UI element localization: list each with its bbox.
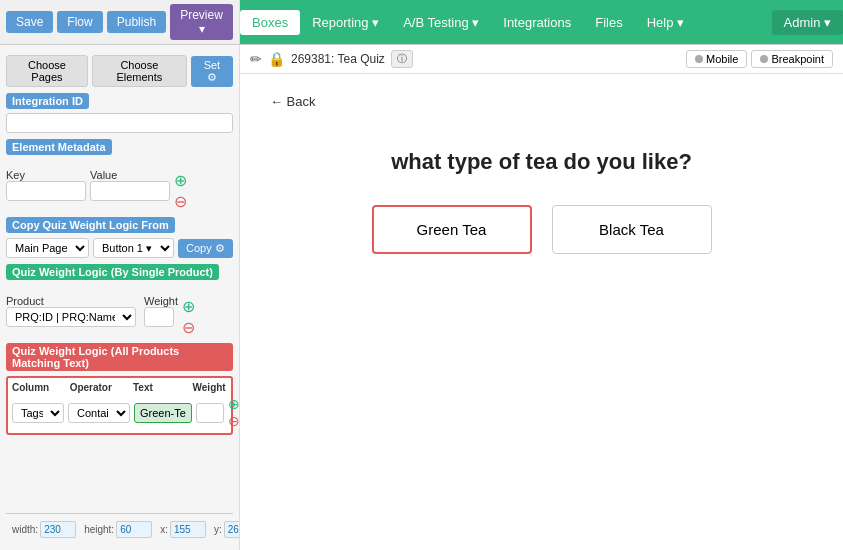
quiz-question: what type of tea do you like? [391,149,692,175]
product-label: Product [6,295,136,307]
set-button[interactable]: Set ⚙ [191,56,233,87]
back-link[interactable]: ← Back [270,94,316,109]
weight-input-single[interactable] [144,307,174,327]
key-label: Key [6,169,86,181]
width-label: width: [12,524,38,535]
breakpoint-label: Breakpoint [771,53,824,65]
copy-button[interactable]: Copy ⚙ [178,239,233,258]
value-label: Value [90,169,170,181]
weight-input-all[interactable] [196,403,224,423]
lock-icon[interactable]: 🔒 [268,51,285,67]
nav-item-help[interactable]: Help ▾ [635,10,696,35]
right-top-actions: Mobile Breakpoint [686,50,833,68]
button1-select[interactable]: Button 1 ▾ [93,238,174,258]
integration-id-label: Integration ID [6,93,89,109]
remove-metadata-icon[interactable]: ⊖ [174,192,187,211]
edit-icon[interactable]: ✏ [250,51,262,67]
width-input[interactable] [40,521,76,538]
mobile-label: Mobile [706,53,738,65]
option-green-tea[interactable]: Green Tea [372,205,532,254]
quiz-weight-all-label: Quiz Weight Logic (All Products Matching… [6,343,233,371]
nav-item-reporting[interactable]: Reporting ▾ [300,10,391,35]
add-row-icon[interactable]: ⊕ [228,396,240,412]
right-top-bar: ✏ 🔒 269381: Tea Quiz ⓘ Mobile Breakpoint [240,45,843,74]
copy-quiz-label: Copy Quiz Weight Logic From [6,217,175,233]
quiz-id-text: 269381: Tea Quiz [291,52,385,66]
element-metadata-label: Element Metadata [6,139,112,155]
col-header-weight: Weight [193,382,227,393]
add-product-icon[interactable]: ⊕ [182,297,195,316]
left-panel: Choose Pages Choose Elements Set ⚙ Integ… [0,45,240,550]
nav-item-files[interactable]: Files [583,10,634,35]
mobile-toggle[interactable]: Mobile [686,50,747,68]
bottom-bar: width: height: x: y: ⬆ [6,513,233,544]
info-badge: ⓘ [391,50,413,68]
nav-item-integrations[interactable]: Integrations [491,10,583,35]
quiz-weight-single-label: Quiz Weight Logic (By Single Product) [6,264,219,280]
col-header-column: Column [12,382,66,393]
nav-item-boxes[interactable]: Boxes [240,10,300,35]
breakpoint-toggle[interactable]: Breakpoint [751,50,833,68]
breakpoint-dot [760,55,768,63]
y-input[interactable] [224,521,240,538]
choose-elements-button[interactable]: Choose Elements [92,55,187,87]
quiz-options: Green Tea Black Tea [372,205,712,254]
mobile-dot [695,55,703,63]
height-input[interactable] [116,521,152,538]
x-field: x: [160,521,206,538]
x-label: x: [160,524,168,535]
y-field: y: [214,521,240,538]
value-input[interactable] [90,181,170,201]
publish-button[interactable]: Publish [107,11,166,33]
preview-area: ← Back what type of tea do you like? Gre… [240,74,843,550]
integration-id-input[interactable] [6,113,233,133]
width-field: width: [12,521,76,538]
column-select[interactable]: Tags [12,403,64,423]
nav-item-ab-testing[interactable]: A/B Testing ▾ [391,10,491,35]
main-page-select[interactable]: Main Page [6,238,89,258]
option-black-tea[interactable]: Black Tea [552,205,712,254]
y-label: y: [214,524,222,535]
x-input[interactable] [170,521,206,538]
quiz-content: what type of tea do you like? Green Tea … [270,149,813,254]
col-header-text: Text [133,382,189,393]
height-label: height: [84,524,114,535]
remove-product-icon[interactable]: ⊖ [182,318,195,337]
height-field: height: [84,521,152,538]
save-button[interactable]: Save [6,11,53,33]
flow-button[interactable]: Flow [57,11,102,33]
product-select[interactable]: PRQ:ID | PRQ:Name [6,307,136,327]
table-row: Tags Contains ⊕ ⊖ [12,396,227,429]
weight-label: Weight [144,295,178,307]
add-metadata-icon[interactable]: ⊕ [174,171,187,190]
remove-row-icon[interactable]: ⊖ [228,413,240,429]
right-panel: ✏ 🔒 269381: Tea Quiz ⓘ Mobile Breakpoint… [240,45,843,550]
choose-pages-button[interactable]: Choose Pages [6,55,88,87]
text-input-field[interactable] [134,403,192,423]
col-header-operator: Operator [70,382,129,393]
preview-button[interactable]: Preview ▾ [170,4,233,40]
operator-select[interactable]: Contains [68,403,130,423]
nav-item-admin[interactable]: Admin ▾ [772,10,843,35]
key-input[interactable] [6,181,86,201]
